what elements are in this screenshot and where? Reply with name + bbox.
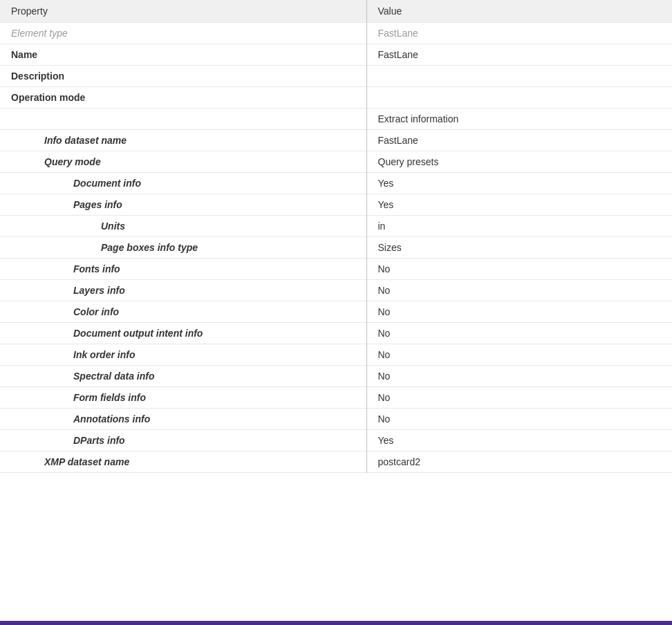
table-row: Fonts infoNo (0, 259, 672, 280)
property-label-color-info: Color info (0, 301, 366, 323)
label-text: Info dataset name (11, 135, 355, 146)
table-row: Document output intent infoNo (0, 323, 672, 344)
label-text: Units (11, 221, 355, 232)
property-value-element-type: FastLane (366, 23, 672, 44)
table-row: Description (0, 66, 672, 87)
property-value-document-output-intent-info: No (366, 323, 672, 344)
bottom-bar (0, 621, 672, 625)
table-row: Layers infoNo (0, 280, 672, 301)
property-value-form-fields-info: No (366, 387, 672, 409)
label-text: Annotations info (11, 413, 355, 425)
property-label-pages-info: Pages info (0, 194, 366, 216)
column-header-property: Property (0, 0, 366, 23)
label-text: Document output intent info (11, 328, 355, 339)
property-value-spectral-data-info: No (366, 366, 672, 387)
property-label-spectral-data-info: Spectral data info (0, 366, 366, 387)
property-label-document-output-intent-info: Document output intent info (0, 323, 366, 344)
table-row: Query modeQuery presets (0, 151, 672, 173)
column-header-value: Value (366, 0, 672, 23)
property-label-annotations-info: Annotations info (0, 409, 366, 430)
table-row: Form fields infoNo (0, 387, 672, 409)
table-row: Document infoYes (0, 173, 672, 194)
property-value-page-boxes-info-type: Sizes (366, 237, 672, 259)
property-label-operation-mode-value (0, 109, 366, 130)
property-value-operation-mode (366, 87, 672, 109)
property-label-dparts-info: DParts info (0, 430, 366, 451)
table-row: Unitsin (0, 216, 672, 237)
property-label-operation-mode: Operation mode (0, 87, 366, 109)
label-text: DParts info (11, 435, 355, 446)
table-row: NameFastLane (0, 44, 672, 66)
table-row: Annotations infoNo (0, 409, 672, 430)
table-row: Element typeFastLane (0, 23, 672, 44)
property-label-document-info: Document info (0, 173, 366, 194)
property-value-operation-mode-value: Extract information (366, 109, 672, 130)
label-text: Operation mode (11, 92, 355, 103)
property-label-form-fields-info: Form fields info (0, 387, 366, 409)
property-value-name: FastLane (366, 44, 672, 66)
property-value-ink-order-info: No (366, 344, 672, 366)
properties-table: Property Value Element typeFastLaneNameF… (0, 0, 672, 473)
table-row: XMP dataset namepostcard2 (0, 451, 672, 473)
property-value-document-info: Yes (366, 173, 672, 194)
table-row: DParts infoYes (0, 430, 672, 451)
label-text: Name (11, 49, 355, 60)
property-value-xmp-dataset-name: postcard2 (366, 451, 672, 473)
table-row: Color infoNo (0, 301, 672, 323)
property-label-query-mode: Query mode (0, 151, 366, 173)
property-label-fonts-info: Fonts info (0, 259, 366, 280)
property-label-ink-order-info: Ink order info (0, 344, 366, 366)
label-text: Spectral data info (11, 371, 355, 382)
property-value-dparts-info: Yes (366, 430, 672, 451)
property-value-info-dataset-name: FastLane (366, 130, 672, 151)
property-value-annotations-info: No (366, 409, 672, 430)
table-row: Pages infoYes (0, 194, 672, 216)
property-value-query-mode: Query presets (366, 151, 672, 173)
label-text: Fonts info (11, 263, 355, 274)
property-label-page-boxes-info-type: Page boxes info type (0, 237, 366, 259)
property-label-units: Units (0, 216, 366, 237)
label-text: Form fields info (11, 392, 355, 403)
table-row: Ink order infoNo (0, 344, 672, 366)
property-value-layers-info: No (366, 280, 672, 301)
label-text: Pages info (11, 199, 355, 210)
property-value-pages-info: Yes (366, 194, 672, 216)
label-text: Color info (11, 306, 355, 317)
table-row: Spectral data infoNo (0, 366, 672, 387)
property-label-info-dataset-name: Info dataset name (0, 130, 366, 151)
label-text: Layers info (11, 285, 355, 296)
label-text: Document info (11, 178, 355, 189)
label-text: Element type (11, 28, 355, 39)
property-label-name: Name (0, 44, 366, 66)
property-label-layers-info: Layers info (0, 280, 366, 301)
table-row: Page boxes info typeSizes (0, 237, 672, 259)
label-text: Ink order info (11, 349, 355, 360)
property-label-description: Description (0, 66, 366, 87)
property-value-description (366, 66, 672, 87)
property-label-xmp-dataset-name: XMP dataset name (0, 451, 366, 473)
label-text: Description (11, 71, 355, 82)
property-value-fonts-info: No (366, 259, 672, 280)
label-text: Page boxes info type (11, 242, 355, 253)
property-value-color-info: No (366, 301, 672, 323)
label-text: XMP dataset name (11, 456, 355, 467)
property-label-element-type: Element type (0, 23, 366, 44)
table-row: Info dataset nameFastLane (0, 130, 672, 151)
property-value-units: in (366, 216, 672, 237)
table-row: Extract information (0, 109, 672, 130)
label-text: Query mode (11, 156, 355, 167)
table-row: Operation mode (0, 87, 672, 109)
